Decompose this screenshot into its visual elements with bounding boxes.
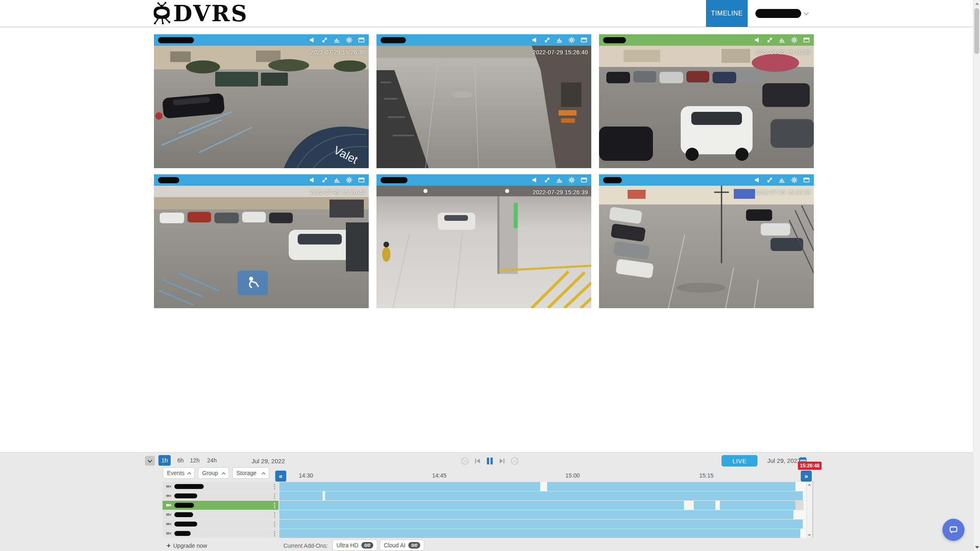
camera-tile-4[interactable]: 2022-07-29 15:26:40 bbox=[154, 174, 369, 308]
skip-back-icon[interactable] bbox=[474, 458, 481, 464]
recording-track[interactable] bbox=[279, 491, 813, 500]
range-button-6h[interactable]: 6h bbox=[174, 455, 187, 466]
jump-forward-15-icon[interactable] bbox=[510, 457, 519, 465]
volume-muted-icon[interactable] bbox=[532, 177, 538, 183]
camera-tile-3[interactable]: 2022-07-29 15:26:39 bbox=[599, 34, 814, 168]
popout-icon[interactable] bbox=[581, 37, 587, 43]
scroll-up-icon[interactable] bbox=[975, 2, 979, 5]
chat-fab-button[interactable] bbox=[942, 519, 964, 541]
stats-icon[interactable] bbox=[779, 177, 785, 183]
scroll-down-icon[interactable] bbox=[808, 534, 811, 536]
expand-icon[interactable] bbox=[544, 177, 550, 183]
plus-icon: + bbox=[167, 542, 171, 550]
camera-name-redacted bbox=[174, 484, 204, 489]
row-menu-icon[interactable] bbox=[274, 512, 275, 518]
camera-list-item[interactable] bbox=[163, 529, 278, 538]
upgrade-link[interactable]: + Upgrade now bbox=[167, 542, 207, 550]
page-scrollbar[interactable] bbox=[973, 0, 980, 551]
popout-icon[interactable] bbox=[358, 177, 365, 183]
range-button-24h[interactable]: 24h bbox=[204, 455, 220, 466]
settings-icon[interactable] bbox=[346, 177, 352, 183]
expand-icon[interactable] bbox=[321, 37, 328, 43]
camera-video-feed[interactable]: 2022-07-29 15:26:40 bbox=[376, 46, 591, 168]
row-menu-icon[interactable] bbox=[274, 503, 275, 508]
recording-track[interactable] bbox=[279, 501, 813, 510]
storage-filter-dropdown[interactable]: Storage bbox=[232, 467, 269, 479]
stats-icon[interactable] bbox=[556, 37, 563, 43]
account-menu[interactable] bbox=[755, 9, 808, 18]
camera-list-item[interactable] bbox=[163, 501, 278, 510]
volume-muted-icon[interactable] bbox=[532, 37, 538, 43]
settings-icon[interactable] bbox=[791, 37, 797, 43]
recording-track[interactable] bbox=[279, 520, 813, 529]
camera-timeline-rows bbox=[163, 482, 813, 538]
addons-label: Current Add-Ons: bbox=[283, 542, 328, 549]
addon-ultra-hd[interactable]: Ultra HD 0/0 bbox=[332, 540, 377, 551]
events-filter-dropdown[interactable]: Events bbox=[163, 467, 195, 479]
volume-muted-icon[interactable] bbox=[309, 37, 316, 43]
camera-list-item[interactable] bbox=[163, 520, 278, 529]
camera-video-feed[interactable]: 2022-07-29 15:26:39 bbox=[599, 46, 814, 168]
camera-tile-5[interactable]: 2022-07-29 15:26:39 bbox=[376, 174, 591, 308]
recording-track[interactable] bbox=[279, 510, 813, 519]
scroll-down-icon[interactable] bbox=[975, 546, 979, 549]
playback-controls bbox=[461, 457, 519, 465]
expand-icon[interactable] bbox=[544, 37, 550, 43]
row-menu-icon[interactable] bbox=[274, 493, 275, 499]
camera-timestamp: 2022-07-29 15:26:38 bbox=[310, 49, 365, 56]
camera-tile-2[interactable]: 2022-07-29 15:26:40 bbox=[376, 34, 591, 168]
volume-muted-icon[interactable] bbox=[754, 177, 761, 183]
popout-icon[interactable] bbox=[581, 177, 587, 183]
row-menu-icon[interactable] bbox=[274, 531, 275, 536]
camera-timestamp: 2022-07-29 15:26:40 bbox=[532, 49, 588, 56]
camera-tile-header bbox=[599, 34, 814, 46]
settings-icon[interactable] bbox=[568, 177, 575, 183]
addon-cloud-ai[interactable]: Cloud AI 0/0 bbox=[380, 540, 424, 551]
row-menu-icon[interactable] bbox=[274, 522, 275, 527]
scrollbar-thumb[interactable] bbox=[974, 8, 979, 54]
jump-back-15-icon[interactable] bbox=[461, 457, 469, 465]
stats-icon[interactable] bbox=[779, 37, 785, 43]
range-button-1h[interactable]: 1h bbox=[158, 455, 171, 466]
volume-muted-icon[interactable] bbox=[754, 37, 761, 43]
expand-icon[interactable] bbox=[321, 177, 328, 183]
tab-timeline[interactable]: TIMELINE bbox=[706, 0, 748, 27]
video-scene bbox=[599, 46, 814, 168]
live-button[interactable]: LIVE bbox=[722, 455, 757, 467]
camera-video-feed[interactable]: 2022-07-29 15:26:40 bbox=[154, 186, 369, 308]
stats-icon[interactable] bbox=[334, 177, 340, 183]
camera-video-feed[interactable]: 2022-07-29 15:26:39 bbox=[376, 186, 591, 308]
camera-name-redacted bbox=[174, 512, 193, 517]
collapse-timeline-button[interactable] bbox=[145, 456, 155, 466]
camera-video-feed[interactable]: Valet 2022-07-29 15:26:38 bbox=[154, 46, 369, 168]
camera-name-redacted bbox=[603, 177, 622, 183]
popout-icon[interactable] bbox=[803, 177, 810, 183]
recording-segment bbox=[547, 482, 796, 491]
settings-icon[interactable] bbox=[791, 177, 797, 183]
pause-icon[interactable] bbox=[486, 457, 494, 465]
camera-list-item[interactable] bbox=[163, 482, 278, 491]
robot-tv-icon bbox=[150, 1, 173, 26]
recording-track[interactable] bbox=[279, 482, 813, 491]
stats-icon[interactable] bbox=[556, 177, 563, 183]
settings-icon[interactable] bbox=[346, 37, 352, 43]
expand-icon[interactable] bbox=[766, 37, 773, 43]
skip-forward-icon[interactable] bbox=[499, 458, 506, 464]
camera-tile-6[interactable]: 2022-07-29 15:26:38 bbox=[599, 174, 814, 308]
timeline-rows-scrollbar[interactable] bbox=[806, 482, 812, 538]
recording-track[interactable] bbox=[279, 529, 813, 538]
popout-icon[interactable] bbox=[803, 37, 810, 43]
volume-muted-icon[interactable] bbox=[309, 177, 316, 183]
group-filter-dropdown[interactable]: Group bbox=[198, 467, 229, 479]
settings-icon[interactable] bbox=[568, 37, 575, 43]
stats-icon[interactable] bbox=[334, 37, 340, 43]
expand-icon[interactable] bbox=[766, 177, 773, 183]
range-button-12h[interactable]: 12h bbox=[187, 455, 203, 466]
popout-icon[interactable] bbox=[358, 37, 365, 43]
scroll-up-icon[interactable] bbox=[808, 484, 811, 486]
row-menu-icon[interactable] bbox=[274, 484, 275, 489]
camera-list-item[interactable] bbox=[163, 491, 278, 500]
camera-list-item[interactable] bbox=[163, 510, 278, 519]
camera-video-feed[interactable]: 2022-07-29 15:26:38 bbox=[599, 186, 814, 308]
camera-tile-1[interactable]: Valet 2022-07-29 15:26:38 bbox=[154, 34, 369, 168]
